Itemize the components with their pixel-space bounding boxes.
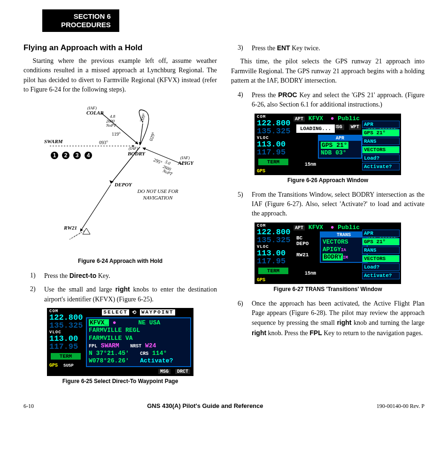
page-footer: 6-10 GNS 430(A) Pilot's Guide and Refere…: [23, 402, 425, 410]
fig-6-24-caption: Figure 6-24 Approach with Hold: [23, 258, 217, 264]
right-column: 3) Press the ENT Key twice. This time, t…: [231, 43, 425, 391]
fig-6-25-caption: Figure 6-25 Select Direct-To Waypoint Pa…: [23, 378, 217, 384]
svg-text:COLAB: COLAB: [86, 110, 104, 115]
figure-6-24: SWARM 093° 1 2 3 4 (IAF) COLAB 4.8 2600: [23, 99, 217, 256]
step-5: 5) From the Transitions Window, select B…: [231, 190, 425, 219]
fig-6-27-caption: Figure 6-27 TRANS 'Transitions' Window: [231, 286, 425, 292]
figure-6-25-screen: COM 122.800 135.325 VLOC 113.00 117.95 T…: [47, 308, 193, 376]
svg-text:DO NOT USE FOR: DO NOT USE FOR: [137, 188, 178, 194]
intro-paragraph: Starting where the previous example left…: [23, 56, 217, 94]
left-column: Flying an Approach with a Hold Starting …: [23, 43, 217, 391]
svg-text:DEPOY: DEPOY: [114, 182, 132, 187]
svg-text:NAVIGATION: NAVIGATION: [142, 195, 173, 200]
figure-6-27-screen: COM 122.800 135.325 VLOC 113.00 117.95 T…: [255, 223, 401, 284]
step-3: 3) Press the ENT Key twice.: [231, 43, 425, 53]
subheading: Flying an Approach with a Hold: [23, 43, 217, 53]
section-name: PROCEDURES: [61, 21, 111, 29]
svg-text:4.8: 4.8: [110, 114, 116, 119]
section-tab: SECTION 6 PROCEDURES: [42, 9, 119, 32]
step-4: 4) Press the PROC Key and select the 'GP…: [231, 90, 425, 110]
svg-text:(IAF): (IAF): [180, 155, 190, 160]
svg-text:NoPT: NoPT: [106, 123, 116, 128]
svg-text:4: 4: [87, 152, 90, 159]
svg-text:1: 1: [53, 152, 56, 159]
doc-revision: 190-00140-00 Rev. P: [377, 403, 425, 410]
fig-6-26-caption: Figure 6-26 Approach Window: [231, 177, 425, 184]
svg-text:119°: 119°: [112, 131, 121, 137]
svg-text:093°: 093°: [99, 140, 108, 145]
doc-title: GNS 430(A) Pilot's Guide and Reference: [147, 402, 263, 409]
svg-line-33: [80, 184, 111, 231]
svg-text:NoPT: NoPT: [162, 168, 173, 177]
svg-text:3: 3: [76, 152, 79, 159]
approach-diagram: SWARM 093° 1 2 3 4 (IAF) COLAB 4.8 2600: [36, 99, 205, 254]
svg-text:209°: 209°: [139, 113, 147, 123]
figure-6-26-screen: COM 122.800 135.325 VLOC 113.00 117.95 T…: [255, 114, 401, 175]
section-number: SECTION 6: [61, 12, 111, 21]
page-number: 6-10: [23, 403, 34, 410]
page: SECTION 6 PROCEDURES Flying an Approach …: [0, 0, 448, 424]
paragraph-gps21: This time, the pilot selects the GPS run…: [231, 57, 425, 85]
svg-text:RW21: RW21: [63, 225, 77, 230]
svg-line-23: [143, 148, 184, 165]
step-1: 1) Press the Direct-to Key.: [23, 271, 217, 281]
svg-text:APIGY: APIGY: [178, 160, 194, 166]
svg-text:029°: 029°: [148, 131, 156, 142]
step-2: 2) Use the small and large right knobs t…: [23, 284, 217, 304]
step-6: 6) Once the approach has been activated,…: [231, 299, 425, 338]
svg-text:(IAF): (IAF): [129, 146, 138, 151]
svg-text:295°: 295°: [153, 157, 163, 165]
svg-line-30: [111, 147, 140, 184]
svg-text:2: 2: [64, 152, 68, 159]
svg-text:SWARM: SWARM: [44, 138, 63, 144]
